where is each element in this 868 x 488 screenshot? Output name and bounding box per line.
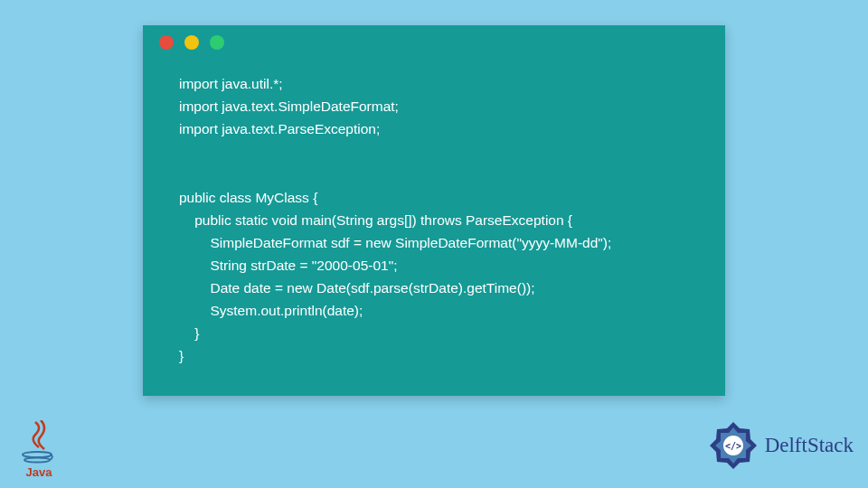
code-window: import java.util.*; import java.text.Sim…	[143, 25, 725, 396]
java-logo: Java	[13, 414, 65, 479]
close-dot-icon	[159, 35, 174, 50]
delftstack-badge-icon: </>	[707, 419, 760, 472]
svg-text:</>: </>	[725, 441, 741, 451]
maximize-dot-icon	[210, 35, 224, 50]
svg-point-0	[23, 452, 52, 457]
window-titlebar	[143, 25, 725, 60]
java-steam-icon	[26, 420, 52, 451]
code-content: import java.util.*; import java.text.Sim…	[143, 60, 725, 380]
delftstack-brand: </> DelftStack	[707, 419, 854, 472]
java-label: Java	[26, 465, 52, 479]
svg-point-1	[24, 458, 50, 463]
delftstack-label: DelftStack	[765, 434, 854, 457]
java-cup-icon	[21, 451, 57, 464]
minimize-dot-icon	[184, 35, 199, 50]
